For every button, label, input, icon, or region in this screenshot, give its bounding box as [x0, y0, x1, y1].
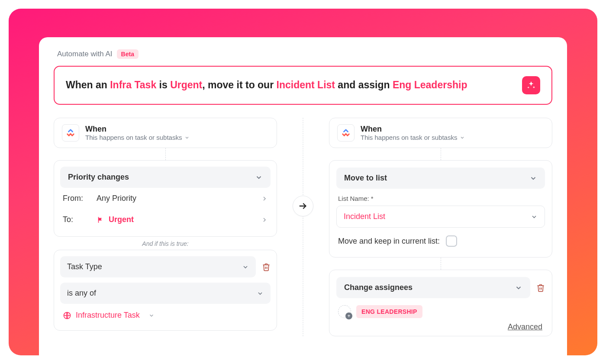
chevron-down-icon [460, 135, 465, 140]
header-title: Automate with AI [57, 50, 113, 58]
chevron-right-icon [261, 216, 268, 223]
condition-card: Task Type is any of [54, 250, 277, 331]
delete-action-button[interactable] [536, 283, 545, 292]
clickup-logo-icon [66, 128, 75, 138]
trigger-config-card: Priority changes From: Any Priority To: [54, 160, 277, 237]
trigger-type-select[interactable]: Priority changes [60, 167, 271, 188]
chevron-right-icon [261, 195, 268, 202]
flow-arrow [293, 196, 313, 216]
arrow-right-icon [298, 201, 308, 211]
when-scope-select[interactable]: This happens on task or subtasks [85, 134, 190, 141]
beta-badge: Beta [117, 49, 139, 59]
chevron-down-icon [148, 312, 155, 319]
ai-prompt-text: When an Infra Task is Urgent, move it to… [66, 78, 467, 92]
assignee-chip[interactable]: ENG LEADERSHIP [356, 305, 422, 318]
when-title: When [361, 125, 465, 134]
generate-button[interactable] [522, 76, 540, 94]
delete-condition-button[interactable] [262, 263, 271, 271]
chevron-down-icon [255, 174, 263, 181]
chevron-down-icon [257, 290, 264, 297]
move-list-action-card: Move to list List Name: * Incident List … [329, 160, 552, 258]
panel-header: Automate with AI Beta [57, 49, 552, 59]
list-name-label: List Name: * [338, 195, 545, 202]
priority-from-select[interactable]: From: Any Priority [60, 188, 271, 209]
chevron-down-icon [242, 264, 249, 271]
condition-caption: And if this is true: [54, 237, 277, 250]
assignees-action-card: Change assignees ENG LEADERSHIP Advanced [329, 270, 552, 336]
chevron-down-icon [515, 284, 522, 292]
flag-icon [97, 216, 104, 224]
action-type-select[interactable]: Move to list [336, 168, 545, 189]
condition-op-select[interactable]: is any of [60, 283, 271, 304]
chevron-down-icon [529, 174, 537, 182]
action-type-select[interactable]: Change assignees [336, 277, 530, 298]
add-assignee-button[interactable] [338, 305, 351, 318]
globe-icon [63, 311, 71, 320]
clickup-logo-icon [341, 128, 351, 138]
advanced-link[interactable]: Advanced [336, 318, 545, 332]
when-trigger-card[interactable]: When This happens on task or subtasks [54, 118, 277, 148]
ai-prompt-input[interactable]: When an Infra Task is Urgent, move it to… [54, 66, 552, 105]
keep-in-list-checkbox[interactable] [446, 235, 457, 247]
trash-icon [262, 263, 271, 271]
automation-panel: Automate with AI Beta When an Infra Task… [39, 37, 567, 355]
trash-icon [536, 283, 545, 292]
priority-to-select[interactable]: To: Urgent [60, 209, 271, 230]
chevron-down-icon [531, 213, 538, 220]
when-scope-select[interactable]: This happens on task or subtasks [361, 134, 465, 141]
sparkle-icon [526, 81, 536, 90]
list-name-select[interactable]: Incident List [336, 206, 545, 228]
when-title: When [85, 125, 190, 134]
when-action-card[interactable]: When This happens on task or subtasks [329, 118, 552, 148]
chevron-down-icon [184, 135, 190, 140]
condition-field-select[interactable]: Task Type [60, 256, 256, 277]
app-logo [337, 124, 355, 142]
keep-in-list-label: Move and keep in current list: [338, 237, 440, 246]
condition-value-select[interactable]: Infrastructure Task [60, 306, 271, 324]
app-logo [62, 124, 79, 142]
column-divider [303, 118, 303, 336]
